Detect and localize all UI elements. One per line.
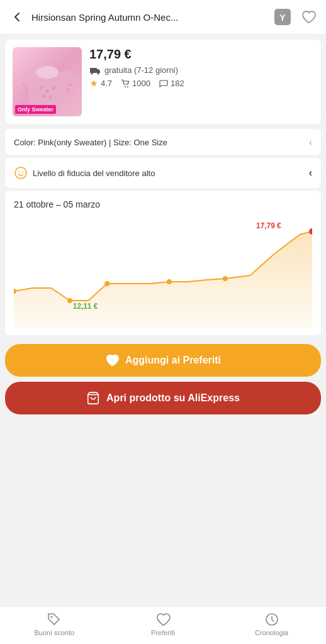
reviews-value: 182 bbox=[171, 79, 184, 88]
svg-point-29 bbox=[51, 616, 53, 618]
chevron-right-icon: ‹ bbox=[309, 137, 312, 147]
svg-point-19 bbox=[22, 172, 23, 173]
clock-icon bbox=[264, 612, 279, 627]
chart-svg: 12,11 € 17,79 € bbox=[14, 216, 312, 329]
back-button[interactable] bbox=[9, 9, 25, 25]
nav-label-preferiti: Preferiti bbox=[151, 629, 175, 636]
nav-heart-icon bbox=[155, 612, 171, 627]
heart-icon bbox=[105, 353, 119, 367]
svg-point-21 bbox=[67, 298, 72, 303]
tag-icon bbox=[47, 612, 62, 627]
svg-point-11 bbox=[48, 96, 52, 99]
svg-point-10 bbox=[42, 94, 46, 98]
truck-icon bbox=[89, 66, 101, 75]
orders-stat: 1000 bbox=[121, 79, 150, 88]
wishlist-header-button[interactable] bbox=[300, 8, 317, 26]
chart-section: 21 ottobre – 05 marzo 12,11 € 17,79 bbox=[5, 191, 321, 335]
trust-chevron-icon: ‹ bbox=[309, 167, 312, 179]
svg-point-7 bbox=[39, 86, 43, 90]
svg-text:12,11 €: 12,11 € bbox=[73, 302, 98, 311]
nav-item-cronologia[interactable]: Cronologia bbox=[247, 612, 297, 636]
svg-point-18 bbox=[18, 172, 20, 173]
nav-label-cronologia: Cronologia bbox=[255, 629, 288, 636]
chart-date-range: 21 ottobre – 05 marzo bbox=[14, 199, 312, 209]
rating-stat: 4.7 bbox=[89, 79, 112, 88]
shipping-text: gratuita (7-12 giorni) bbox=[104, 65, 178, 75]
svg-rect-12 bbox=[90, 68, 97, 73]
svg-point-8 bbox=[45, 89, 49, 93]
header: Hirsionsan Spring Autumn O-Nec... Y bbox=[0, 0, 326, 35]
product-info: 17,79 € gratuita (7-12 giorni) 4.7 bbox=[89, 47, 313, 116]
product-card: Only Sweater 17,79 € gratuita (7-12 gior… bbox=[5, 40, 321, 124]
nav-item-buoni-sconto[interactable]: Buoni sconto bbox=[29, 612, 79, 636]
header-icons: Y bbox=[273, 8, 317, 26]
svg-point-14 bbox=[98, 72, 99, 74]
svg-point-9 bbox=[52, 86, 55, 90]
svg-point-16 bbox=[127, 86, 128, 87]
color-size-option[interactable]: Color: Pink(only Sweater) | Size: One Si… bbox=[5, 129, 321, 155]
open-product-label: Apri prodotto su AliExpress bbox=[106, 392, 240, 404]
buttons-section: Aggiungi ai Preferiti Apri prodotto su A… bbox=[0, 338, 326, 419]
product-price: 17,79 € bbox=[89, 47, 313, 62]
svg-point-22 bbox=[104, 281, 110, 286]
nav-label-buoni-sconto: Buoni sconto bbox=[35, 629, 75, 636]
svg-point-13 bbox=[91, 72, 93, 74]
nav-item-preferiti[interactable]: Preferiti bbox=[138, 612, 188, 636]
stats-row: 4.7 1000 182 bbox=[89, 79, 313, 88]
color-size-label: Color: Pink(only Sweater) | Size: One Si… bbox=[14, 138, 167, 147]
svg-point-24 bbox=[223, 276, 228, 281]
svg-point-2 bbox=[36, 66, 59, 79]
open-product-button[interactable]: Apri prodotto su AliExpress bbox=[5, 382, 321, 414]
header-title: Hirsionsan Spring Autumn O-Nec... bbox=[31, 12, 267, 23]
svg-point-23 bbox=[167, 279, 172, 284]
price-chart: 12,11 € 17,79 € bbox=[14, 216, 312, 329]
cart-button-icon bbox=[86, 391, 100, 405]
shipping-row: gratuita (7-12 giorni) bbox=[89, 65, 313, 75]
trust-row[interactable]: Livello di fiducia del venditore alto ‹ bbox=[5, 158, 321, 188]
product-image-placeholder: Only Sweater bbox=[13, 47, 82, 116]
rating-value: 4.7 bbox=[101, 79, 112, 88]
smile-icon bbox=[14, 166, 28, 180]
svg-point-15 bbox=[125, 86, 126, 87]
cart-icon bbox=[121, 79, 130, 88]
svg-point-3 bbox=[23, 84, 25, 86]
trust-label: Livello di fiducia del venditore alto bbox=[33, 169, 155, 178]
reviews-stat: 182 bbox=[159, 79, 184, 88]
add-to-wishlist-button[interactable]: Aggiungi ai Preferiti bbox=[5, 344, 321, 377]
product-image-label: Only Sweater bbox=[15, 105, 56, 114]
svg-point-6 bbox=[67, 89, 69, 91]
svg-text:17,79 €: 17,79 € bbox=[256, 221, 281, 230]
product-image: Only Sweater bbox=[13, 47, 82, 116]
svg-text:Y: Y bbox=[279, 13, 286, 23]
comment-icon bbox=[159, 79, 168, 88]
bottom-nav: Buoni sconto Preferiti Cronologia bbox=[0, 606, 326, 644]
wishlist-button-label: Aggiungi ai Preferiti bbox=[125, 355, 221, 366]
svg-point-5 bbox=[69, 84, 72, 86]
orders-value: 1000 bbox=[132, 79, 150, 88]
star-icon bbox=[89, 79, 98, 88]
svg-point-4 bbox=[25, 89, 28, 91]
trust-content: Livello di fiducia del venditore alto bbox=[14, 166, 155, 180]
app-icon-button[interactable]: Y bbox=[273, 8, 292, 26]
svg-point-17 bbox=[15, 167, 26, 179]
